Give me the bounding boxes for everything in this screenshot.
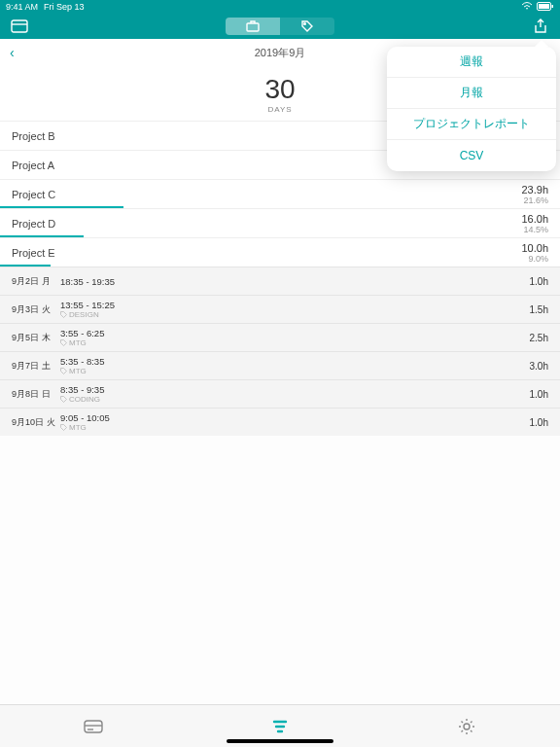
- project-row[interactable]: Project D16.0h14.5%: [0, 208, 560, 237]
- project-name: Project B: [12, 130, 55, 142]
- entry-row[interactable]: 9月7日 土5:35 - 8:35MTG3.0h: [0, 351, 560, 379]
- entry-date: 9月10日 火: [12, 416, 60, 429]
- title-bar: [0, 14, 560, 39]
- svg-rect-5: [247, 23, 259, 31]
- entry-tag: MTG: [60, 338, 530, 347]
- entry-duration: 1.0h: [530, 276, 548, 287]
- seg-briefcase[interactable]: [226, 18, 280, 35]
- days-value: 30: [264, 74, 295, 105]
- entry-time: 8:35 - 9:35: [60, 384, 530, 395]
- entry-duration: 1.0h: [530, 389, 548, 400]
- calendar-icon[interactable]: [10, 17, 29, 36]
- popover-arrow: [535, 40, 548, 47]
- entry-date: 9月2日 月: [12, 275, 60, 288]
- entry-row[interactable]: 9月8日 日8:35 - 9:35CODING1.0h: [0, 379, 560, 408]
- popover-item-project[interactable]: プロジェクトレポート: [387, 109, 556, 140]
- project-name: Project E: [12, 247, 55, 259]
- status-bar: 9:41 AM Fri Sep 13: [0, 0, 560, 14]
- entry-date: 9月8日 日: [12, 388, 60, 401]
- project-stats: 10.0h9.0%: [521, 242, 548, 264]
- entry-tag: CODING: [60, 395, 530, 404]
- svg-rect-2: [552, 5, 554, 8]
- tab-timer[interactable]: [74, 707, 113, 746]
- status-date: Fri Sep 13: [44, 2, 85, 12]
- days-label: DAYS: [267, 105, 292, 114]
- svg-rect-3: [12, 20, 27, 32]
- svg-rect-7: [85, 721, 102, 732]
- month-label: 2019年9月: [255, 46, 306, 60]
- battery-icon: [537, 2, 554, 13]
- project-stats: 16.0h14.5%: [521, 213, 548, 234]
- entry-duration: 2.5h: [530, 333, 548, 343]
- entry-row[interactable]: 9月2日 月18:35 - 19:351.0h: [0, 267, 560, 295]
- svg-point-6: [304, 23, 306, 25]
- entry-date: 9月7日 土: [12, 360, 60, 373]
- svg-rect-1: [539, 4, 549, 9]
- view-segmented-control[interactable]: [226, 18, 334, 35]
- share-icon[interactable]: [531, 17, 550, 36]
- popover-item-weekly[interactable]: 週報: [387, 47, 556, 78]
- project-name: Project A: [12, 160, 54, 171]
- tab-settings[interactable]: [447, 707, 486, 746]
- project-name: Project D: [12, 218, 55, 230]
- entry-time: 9:05 - 10:05: [60, 412, 530, 423]
- entry-duration: 1.5h: [530, 304, 548, 315]
- wifi-icon: [521, 2, 533, 13]
- status-time: 9:41 AM: [6, 2, 38, 12]
- entry-row[interactable]: 9月3日 火13:55 - 15:25DESIGN1.5h: [0, 295, 560, 323]
- project-row[interactable]: Project E10.0h9.0%: [0, 237, 560, 267]
- project-row[interactable]: Project C23.9h21.6%: [0, 179, 560, 208]
- popover-item-csv[interactable]: CSV: [387, 140, 556, 171]
- entry-date: 9月3日 火: [12, 303, 60, 316]
- entry-row[interactable]: 9月10日 火9:05 - 10:05MTG1.0h: [0, 408, 560, 436]
- project-stats: 23.9h21.6%: [521, 184, 548, 205]
- popover-item-monthly[interactable]: 月報: [387, 78, 556, 109]
- export-popover: 週報 月報 プロジェクトレポート CSV: [387, 47, 556, 171]
- home-indicator: [227, 739, 333, 743]
- svg-point-13: [464, 724, 470, 729]
- entry-date: 9月5日 木: [12, 332, 60, 344]
- seg-tag[interactable]: [280, 18, 334, 35]
- entry-duration: 1.0h: [530, 417, 548, 428]
- entry-tag: MTG: [60, 423, 530, 432]
- entry-time: 13:55 - 15:25: [60, 300, 530, 310]
- prev-month-button[interactable]: ‹: [10, 45, 15, 60]
- entry-time: 18:35 - 19:35: [60, 276, 530, 287]
- project-name: Project C: [12, 189, 55, 200]
- entry-time: 3:55 - 6:25: [60, 328, 530, 338]
- entry-tag: DESIGN: [60, 310, 530, 319]
- entry-tag: MTG: [60, 367, 530, 375]
- entry-row[interactable]: 9月5日 木3:55 - 6:25MTG2.5h: [0, 323, 560, 351]
- entry-time: 5:35 - 8:35: [60, 356, 530, 367]
- entry-duration: 3.0h: [530, 361, 548, 372]
